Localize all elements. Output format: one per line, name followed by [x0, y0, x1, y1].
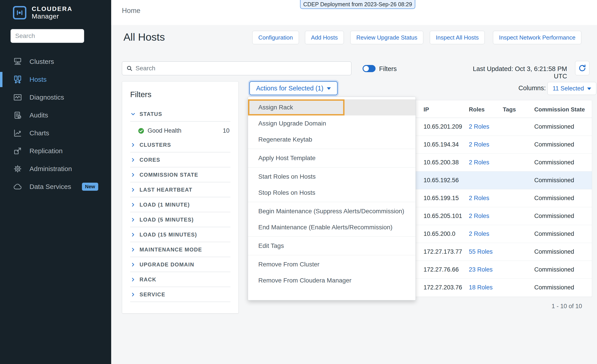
cell-roles-link[interactable]: 18 Roles — [469, 284, 493, 291]
cell-roles-link[interactable]: 2 Roles — [469, 159, 489, 166]
menu-item-edit-tags[interactable]: Edit Tags — [248, 238, 416, 254]
charts-icon — [13, 128, 22, 138]
add-hosts-button[interactable]: Add Hosts — [305, 31, 344, 44]
columns-selected-value: 11 Selected — [553, 85, 584, 92]
menu-item-remove-from-cluster[interactable]: Remove From Cluster — [248, 256, 416, 272]
sidebar-item-data-services[interactable]: Data ServicesNew — [0, 178, 111, 196]
filters-panel-title: Filters — [130, 90, 230, 99]
menu-item-start-roles-on-hosts[interactable]: Start Roles on Hosts — [248, 169, 416, 185]
breadcrumb-home: Home — [122, 7, 141, 15]
sidebar-item-audits[interactable]: Audits — [0, 106, 111, 124]
chevron-right-icon — [130, 232, 136, 237]
filter-option-good-health[interactable]: Good Health 10 — [130, 124, 230, 140]
cloudera-manager-logo[interactable]: CLOUDERA Manager — [13, 5, 72, 20]
chevron-right-icon — [130, 217, 136, 223]
menu-group: Start Roles on HostsStop Roles on Hosts — [248, 167, 416, 202]
cell-roles-link[interactable]: 2 Roles — [469, 230, 489, 237]
divider — [130, 242, 230, 242]
filters-toggle[interactable] — [362, 65, 376, 72]
filter-section-label: LOAD (1 MINUTE) — [140, 202, 190, 208]
menu-item-apply-host-template[interactable]: Apply Host Template — [248, 150, 416, 166]
actions-for-selected-button[interactable]: Actions for Selected (1) — [249, 81, 338, 95]
cell-commission-state: Commissioned — [534, 266, 574, 273]
cell-commission-state: Commissioned — [534, 141, 574, 148]
sidebar-item-label: Charts — [30, 129, 49, 137]
data-services-icon — [13, 182, 22, 191]
filter-section-label: SERVICE — [140, 292, 165, 298]
filter-section-load-15-minutes[interactable]: LOAD (15 MINUTES) — [130, 230, 230, 240]
menu-group: Edit Tags — [248, 237, 416, 255]
sidebar-item-hosts[interactable]: Hosts — [0, 71, 111, 88]
menu-item-regenerate-keytab[interactable]: Regenerate Keytab — [248, 132, 416, 148]
filter-section-last-heartbeat[interactable]: LAST HEARTBEAT — [130, 185, 230, 195]
menu-group: Assign RackAssign Upgrade DomainRegenera… — [248, 98, 416, 149]
filter-section-label: RACK — [140, 277, 156, 283]
menu-item-assign-upgrade-domain[interactable]: Assign Upgrade Domain — [248, 115, 416, 132]
menu-item-stop-roles-on-hosts[interactable]: Stop Roles on Hosts — [248, 185, 416, 201]
cell-ip: 10.65.199.15 — [424, 195, 459, 202]
menu-group: Begin Maintenance (Suppress Alerts/Decom… — [248, 202, 416, 237]
good-health-icon — [138, 127, 144, 134]
sidebar-nav: ClustersHostsDiagnosticsAuditsChartsRepl… — [0, 53, 111, 196]
menu-item-assign-rack[interactable]: Assign Rack — [248, 99, 416, 115]
filter-option-count: 10 — [223, 127, 229, 134]
divider — [130, 257, 230, 257]
sidebar-item-diagnostics[interactable]: Diagnostics — [0, 88, 111, 106]
filter-section-load-1-minute[interactable]: LOAD (1 MINUTE) — [130, 200, 230, 210]
filter-section-label: CORES — [140, 157, 160, 163]
sidebar-item-replication[interactable]: Replication — [0, 142, 111, 160]
filter-section-upgrade-domain[interactable]: UPGRADE DOMAIN — [130, 260, 230, 269]
sidebar-item-label: Administration — [30, 165, 72, 173]
highlight-callout-box — [248, 99, 345, 115]
cell-roles-link[interactable]: 2 Roles — [469, 195, 489, 202]
filter-section-maintenance-mode[interactable]: MAINTENANCE MODE — [130, 245, 230, 254]
cell-commission-state: Commissioned — [534, 248, 574, 255]
filter-section-clusters[interactable]: CLUSTERS — [130, 140, 230, 150]
diagnostics-icon — [13, 93, 22, 102]
new-badge: New — [82, 183, 98, 191]
filters-toggle-label: Filters — [379, 65, 397, 72]
divider — [130, 182, 230, 182]
filter-section-rack[interactable]: RACK — [130, 275, 230, 285]
sidebar-item-label: Replication — [30, 147, 63, 155]
filter-section-status[interactable]: STATUS — [130, 109, 230, 119]
inspect-network-performance-button[interactable]: Inspect Network Performance — [493, 31, 581, 44]
cell-roles-link[interactable]: 55 Roles — [469, 248, 493, 255]
filter-section-label: LOAD (15 MINUTES) — [140, 232, 197, 238]
filter-section-label: COMMISSION STATE — [140, 172, 198, 178]
search-icon — [126, 65, 133, 72]
column-header-ip[interactable]: IP — [424, 106, 429, 113]
filter-section-load-5-minutes[interactable]: LOAD (5 MINUTES) — [130, 215, 230, 225]
menu-item-begin-maintenance-suppress-alerts-decommission[interactable]: Begin Maintenance (Suppress Alerts/Decom… — [248, 203, 416, 219]
review-upgrade-status-button[interactable]: Review Upgrade Status — [350, 31, 423, 44]
cell-roles-link[interactable]: 2 Roles — [469, 141, 489, 148]
sidebar-item-charts[interactable]: Charts — [0, 124, 111, 142]
menu-item-end-maintenance-enable-alerts-recommission[interactable]: End Maintenance (Enable Alerts/Recommiss… — [248, 219, 416, 235]
sidebar-item-clusters[interactable]: Clusters — [0, 53, 111, 71]
cell-commission-state: Commissioned — [534, 284, 574, 291]
filter-section-label: UPGRADE DOMAIN — [140, 261, 194, 268]
divider — [130, 287, 230, 287]
hosts-search-input[interactable] — [135, 65, 347, 72]
menu-group: Remove From ClusterRemove From Cloudera … — [248, 255, 416, 290]
inspect-all-hosts-button[interactable]: Inspect All Hosts — [430, 31, 485, 44]
filter-section-cores[interactable]: CORES — [130, 155, 230, 165]
column-header-commission-state[interactable]: Commission State — [534, 106, 585, 113]
columns-selector-button[interactable]: 11 Selected — [547, 82, 596, 95]
configuration-button[interactable]: Configuration — [252, 31, 299, 44]
sidebar-search-input[interactable] — [10, 29, 84, 43]
cell-commission-state: Commissioned — [534, 195, 574, 202]
sidebar-item-label: Audits — [30, 111, 48, 119]
cell-roles-link[interactable]: 2 Roles — [469, 123, 489, 130]
sidebar-item-administration[interactable]: Administration — [0, 160, 111, 178]
filter-section-commission-state[interactable]: COMMISSION STATE — [130, 170, 230, 180]
column-header-roles[interactable]: Roles — [469, 106, 485, 113]
cell-commission-state: Commissioned — [534, 123, 574, 130]
cell-roles-link[interactable]: 23 Roles — [469, 266, 493, 273]
cell-commission-state: Commissioned — [534, 159, 574, 166]
column-header-tags[interactable]: Tags — [503, 106, 516, 113]
refresh-button[interactable] — [575, 61, 589, 75]
filter-section-service[interactable]: SERVICE — [130, 290, 230, 300]
cell-roles-link[interactable]: 2 Roles — [469, 213, 489, 220]
menu-item-remove-from-cloudera-manager[interactable]: Remove From Cloudera Manager — [248, 272, 416, 289]
